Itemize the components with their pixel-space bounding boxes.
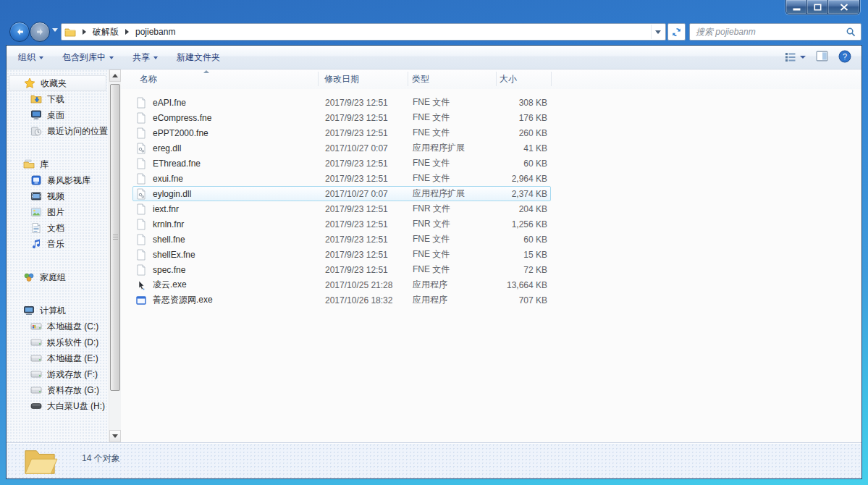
- sidebar-item[interactable]: 最近访问的位置: [7, 123, 109, 139]
- file-row[interactable]: shell.fne2017/9/23 12:51FNE 文件60 KB: [132, 232, 551, 247]
- sidebar-item-label: 暴风影视库: [47, 174, 90, 187]
- search-input[interactable]: [694, 26, 846, 38]
- sidebar-item-label: 资料存放 (G:): [47, 384, 99, 397]
- file-date: 2017/9/23 12:51: [319, 159, 408, 169]
- file-row[interactable]: exui.fne2017/9/23 12:51FNE 文件2,964 KB: [132, 171, 551, 186]
- scroll-down-button[interactable]: [109, 430, 121, 442]
- sidebar-item-label: 大白菜U盘 (H:): [47, 400, 105, 413]
- file-row[interactable]: 凌云.exe2017/10/25 21:28应用程序13,664 KB: [132, 277, 551, 292]
- scrollbar-thumb[interactable]: [110, 84, 120, 391]
- sidebar-section-0[interactable]: 收藏夹: [9, 75, 106, 91]
- folder-icon: [64, 27, 76, 37]
- minimize-button[interactable]: [786, 0, 807, 14]
- file-type: FNE 文件: [408, 157, 497, 169]
- breadcrumb-item[interactable]: 破解版: [93, 26, 119, 38]
- share-menu-button[interactable]: 共享: [132, 51, 158, 64]
- file-row[interactable]: eAPI.fne2017/9/23 12:51FNE 文件308 KB: [132, 95, 551, 110]
- new-folder-button[interactable]: 新建文件夹: [177, 51, 220, 64]
- file-name: 善恶资源网.exe: [153, 294, 319, 306]
- file-size: 15 KB: [497, 250, 552, 260]
- videos-icon: [30, 190, 43, 202]
- sidebar-item[interactable]: 游戏存放 (F:): [7, 366, 109, 382]
- maximize-button[interactable]: [807, 0, 828, 14]
- sidebar-item[interactable]: 资料存放 (G:): [7, 382, 109, 398]
- address-bar[interactable]: 破解版 pojiebanm: [61, 23, 666, 41]
- file-row[interactable]: spec.fne2017/9/23 12:51FNE 文件72 KB: [132, 262, 551, 277]
- search-icon[interactable]: [846, 27, 856, 38]
- sidebar-section-1[interactable]: 库: [7, 156, 109, 172]
- file-type: FNE 文件: [408, 96, 497, 109]
- folder-large-icon: [21, 445, 60, 477]
- organize-menu-button[interactable]: 组织: [18, 51, 43, 64]
- column-separator[interactable]: [496, 72, 497, 86]
- file-size: 308 KB: [497, 98, 552, 108]
- forward-button[interactable]: [30, 22, 50, 42]
- file-row[interactable]: shellEx.fne2017/9/23 12:51FNE 文件15 KB: [132, 247, 551, 262]
- chevron-down-icon: [153, 56, 158, 59]
- sidebar-item[interactable]: 下载: [7, 91, 109, 107]
- file-row[interactable]: EThread.fne2017/9/23 12:51FNE 文件60 KB: [132, 156, 551, 171]
- sidebar-item[interactable]: 文档: [7, 220, 109, 236]
- sidebar-item-label: 本地磁盘 (C:): [47, 321, 98, 333]
- triangle-down-icon: [112, 434, 118, 438]
- file-row[interactable]: eylogin.dll2017/10/27 0:07应用程序扩展2,374 KB: [132, 186, 551, 201]
- address-dropdown-button[interactable]: [651, 25, 664, 39]
- sidebar-item[interactable]: 本地磁盘 (E:): [7, 350, 109, 366]
- sidebar-item[interactable]: 桌面: [7, 107, 109, 123]
- help-button[interactable]: ?: [838, 50, 851, 65]
- main-area: 收藏夹下载桌面最近访问的位置库暴风影视库视频图片文档音乐家庭组计算机本地磁盘 (…: [7, 69, 861, 442]
- file-date: 2017/9/23 12:51: [319, 219, 408, 229]
- sidebar-item[interactable]: 视频: [7, 188, 109, 204]
- sidebar-item[interactable]: 本地磁盘 (C:): [7, 319, 109, 334]
- file-type: FNR 文件: [408, 218, 497, 230]
- refresh-icon: [671, 27, 682, 38]
- sidebar-item[interactable]: 音乐: [7, 236, 109, 252]
- recent-pages-chevron-icon[interactable]: [52, 28, 58, 32]
- video-library-icon: [30, 174, 43, 186]
- close-button[interactable]: [828, 0, 859, 14]
- navigation-bar: 破解版 pojiebanm: [0, 22, 868, 42]
- column-header-size[interactable]: 大小: [500, 73, 517, 85]
- back-button[interactable]: [9, 22, 30, 42]
- column-header-name[interactable]: 名称: [140, 73, 157, 85]
- sidebar-section-3[interactable]: 计算机: [7, 303, 109, 319]
- breadcrumb-item[interactable]: pojiebanm: [135, 27, 175, 37]
- pictures-icon: [30, 206, 43, 218]
- drive-icon: [30, 384, 43, 396]
- column-header-date[interactable]: 修改日期: [324, 73, 359, 85]
- drive-icon: [30, 353, 43, 364]
- column-separator[interactable]: [318, 72, 319, 86]
- usb-drive-icon: [30, 400, 43, 412]
- column-separator[interactable]: [551, 72, 552, 86]
- sidebar-item[interactable]: 大白菜U盘 (H:): [7, 398, 109, 414]
- toolbar-right-icons: ?: [785, 50, 851, 65]
- dll-icon: [133, 143, 153, 154]
- file-row[interactable]: krnln.fnr2017/9/23 12:51FNR 文件1,256 KB: [132, 216, 551, 232]
- refresh-button[interactable]: [667, 23, 686, 41]
- sidebar-scrollbar[interactable]: [109, 69, 121, 442]
- file-row[interactable]: iext.fnr2017/9/23 12:51FNR 文件204 KB: [132, 201, 551, 216]
- change-view-button[interactable]: [785, 52, 806, 62]
- preview-pane-button[interactable]: [816, 51, 828, 64]
- sidebar-section-2[interactable]: 家庭组: [7, 269, 109, 285]
- breadcrumb-arrow-icon: [125, 29, 129, 35]
- file-size: 1,256 KB: [497, 219, 552, 229]
- sidebar-item[interactable]: 娱乐软件 (D:): [7, 334, 109, 350]
- file-size: 2,964 KB: [497, 174, 552, 184]
- sidebar-section-label: 收藏夹: [41, 77, 67, 90]
- file-row[interactable]: 善恶资源网.exe2017/10/26 18:32应用程序707 KB: [132, 292, 551, 308]
- column-separator[interactable]: [408, 72, 408, 86]
- file-row[interactable]: eCompress.fne2017/9/23 12:51FNE 文件176 KB: [132, 110, 551, 125]
- file-size: 707 KB: [497, 295, 552, 305]
- sidebar-section-label: 家庭组: [40, 271, 66, 284]
- scroll-up-button[interactable]: [109, 69, 121, 82]
- include-in-library-menu-button[interactable]: 包含到库中: [62, 51, 114, 64]
- file-row[interactable]: ePPT2000.fne2017/9/23 12:51FNE 文件260 KB: [132, 125, 551, 140]
- file-type: FNE 文件: [408, 111, 497, 124]
- sidebar-section-label: 库: [40, 159, 49, 171]
- file-date: 2017/10/26 18:32: [319, 295, 408, 305]
- column-header-type[interactable]: 类型: [412, 73, 429, 85]
- sidebar-item[interactable]: 图片: [7, 204, 109, 220]
- file-row[interactable]: ereg.dll2017/10/27 0:07应用程序扩展41 KB: [132, 140, 551, 156]
- sidebar-item[interactable]: 暴风影视库: [7, 172, 109, 188]
